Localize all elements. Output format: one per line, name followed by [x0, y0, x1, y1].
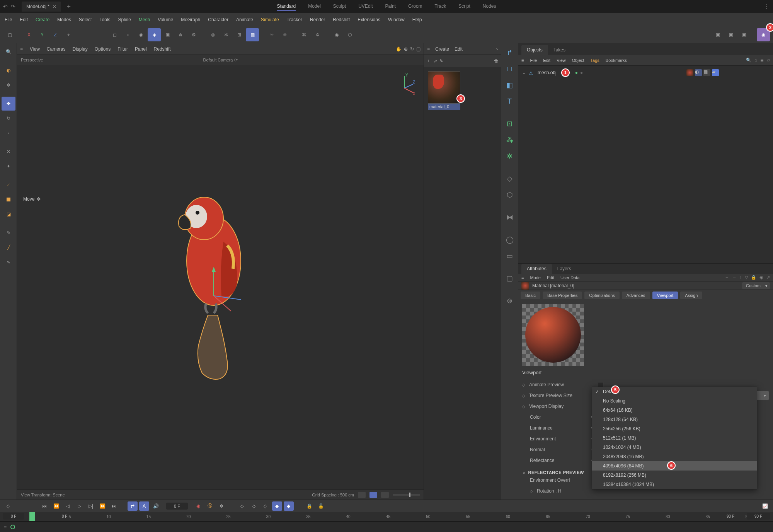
goto-start-icon[interactable]: ⏮ [39, 501, 49, 511]
layout-script[interactable]: Script [458, 2, 470, 11]
cube-tool-icon[interactable]: ◪ [2, 207, 15, 221]
object-row[interactable]: ⌄ △ mesh.obj 1 ● ● ◐ ▦ ▰ [522, 68, 769, 77]
graph-icon[interactable]: 📈 [760, 501, 770, 511]
vp-hamburger-icon[interactable]: ≡ [20, 46, 23, 52]
mat-menu-create[interactable]: Create [435, 46, 449, 52]
menu-modes[interactable]: Modes [57, 17, 71, 22]
layout-track[interactable]: Track [435, 2, 446, 11]
obj-menu-object[interactable]: Object [572, 58, 584, 63]
vp-menu-redshift[interactable]: Redshift [154, 46, 171, 52]
pla-key-icon[interactable]: ◆ [284, 501, 294, 511]
attr-fwd-icon[interactable]: → [732, 275, 737, 280]
hex-icon[interactable]: ⬡ [343, 28, 356, 41]
pos-key-icon[interactable]: ◇ [237, 501, 247, 511]
vp-layout-2[interactable] [369, 492, 377, 498]
attr-up-icon[interactable]: ↑ [740, 275, 742, 280]
transform-tool1[interactable]: ⤧ [2, 145, 15, 159]
vp-layout-3[interactable] [381, 492, 389, 498]
light-icon[interactable]: ☀ [265, 28, 278, 41]
menu-animate[interactable]: Animate [236, 17, 253, 22]
vp-menu-options[interactable]: Options [95, 46, 111, 52]
tex-tag[interactable]: ▰ [712, 69, 719, 76]
attr-menu-edit[interactable]: Edit [547, 275, 554, 280]
atab-assign[interactable]: Assign [680, 292, 702, 299]
obj-menu-file[interactable]: File [530, 58, 537, 63]
vis-gray-dot[interactable]: ● [580, 70, 583, 75]
current-frame[interactable]: 0 F [166, 503, 188, 510]
layout-standard[interactable]: Standard [277, 2, 296, 11]
gear-icon[interactable]: ⚙ [187, 28, 200, 41]
sym-icon[interactable]: ⧓ [503, 210, 517, 224]
menu-edit[interactable]: Edit [20, 17, 28, 22]
model-object[interactable] [163, 184, 264, 385]
uv-tag[interactable]: ▦ [703, 69, 710, 76]
square-tool-icon[interactable]: □ [503, 62, 517, 76]
dd-item-16384[interactable]: 16384x16384 (1024 MB) [592, 480, 757, 489]
dd-item-noscaling[interactable]: No Scaling [592, 396, 757, 406]
rig-icon[interactable]: ⋔ [174, 28, 187, 41]
axis-gizmo[interactable]: Y Z X [393, 73, 416, 96]
obj-menu-bookmarks[interactable]: Bookmarks [606, 58, 627, 63]
phong-tag[interactable]: ◐ [695, 69, 702, 76]
attr-max-icon[interactable]: ↗ [766, 275, 770, 280]
status-hamburger-icon[interactable]: ≡ [4, 524, 7, 530]
menu-redshift[interactable]: Redshift [333, 17, 350, 22]
mat-menu-more[interactable]: › [496, 46, 498, 52]
world-icon[interactable]: ◯ [503, 233, 517, 247]
mat-arrow-icon[interactable]: ↗ [433, 58, 437, 64]
vp-layout-1[interactable] [358, 492, 366, 498]
screen-icon[interactable]: ▢ [503, 271, 517, 285]
vp-menu-panel[interactable]: Panel [135, 46, 147, 52]
menu-tools[interactable]: Tools [99, 17, 110, 22]
playhead[interactable] [29, 512, 35, 521]
vp-menu-cameras[interactable]: Cameras [47, 46, 66, 52]
keyframe-icon[interactable]: ◇ [530, 489, 534, 493]
key-icon[interactable]: ◇ [3, 501, 13, 511]
vp-zoom-icon[interactable]: ⊕ [404, 46, 408, 52]
menu-spline[interactable]: Spline [118, 17, 131, 22]
dd-item-2048[interactable]: 2048x2048 (16 MB) [592, 452, 757, 461]
obj-search-icon[interactable]: 🔍 [746, 58, 751, 63]
vp-orbit-icon[interactable]: ↻ [410, 46, 414, 52]
dd-item-128[interactable]: 128x128 (64 KB) [592, 415, 757, 424]
attr-hamburger-icon[interactable]: ≡ [521, 275, 524, 280]
mat-delete-icon[interactable]: 🗑 [494, 58, 499, 64]
target-icon[interactable]: ◎ [206, 28, 220, 41]
next-key-icon[interactable]: ⏩ [97, 501, 107, 511]
tab-objects[interactable]: Objects [521, 45, 548, 55]
menu-simulate[interactable]: Simulate [261, 17, 279, 22]
vp-frame-icon[interactable]: ▢ [416, 46, 421, 52]
primitive-icon[interactable]: ◈ [148, 28, 161, 41]
new-tab-button[interactable]: ＋ [66, 2, 72, 10]
subdiv-icon[interactable]: ◇ [503, 172, 517, 186]
redo-icon[interactable]: ↷ [11, 3, 15, 10]
prev-key-icon[interactable]: ⏪ [51, 501, 61, 511]
keyoptions-icon[interactable]: ✲ [216, 501, 226, 511]
cylinder-icon[interactable]: ○ [121, 28, 135, 41]
scale-key-icon[interactable]: ◇ [261, 501, 271, 511]
clone-tool-icon[interactable]: ⊡ [503, 117, 517, 131]
unlock-icon[interactable]: 🔓 [316, 501, 326, 511]
loop-icon[interactable]: ⇄ [128, 501, 138, 511]
obj-max-icon[interactable]: ▱ [767, 58, 770, 63]
attr-menu-userdata[interactable]: User Data [560, 275, 580, 280]
snap-icon[interactable]: ▦ [246, 28, 259, 41]
layout-uvedit[interactable]: UVEdit [358, 2, 373, 11]
sphere2-icon[interactable]: ◉ [330, 28, 343, 41]
node-icon[interactable]: ⊚ [503, 294, 517, 308]
menu-help[interactable]: Help [412, 17, 422, 22]
rotate-tool[interactable]: ↻ [2, 111, 15, 125]
axis-y-button[interactable]: Y [36, 28, 49, 41]
param-key-icon[interactable]: ◆ [272, 501, 282, 511]
obj-menu-view[interactable]: View [557, 58, 566, 63]
dd-item-4096[interactable]: 4096x4096 (64 MB) 6 [592, 461, 757, 471]
tab-takes[interactable]: Takes [548, 45, 571, 55]
attr-menu-mode[interactable]: Mode [530, 275, 541, 280]
dd-item-64[interactable]: 64x64 (16 KB) [592, 406, 757, 415]
camera-icon[interactable]: ▭ [503, 249, 517, 263]
menu-character[interactable]: Character [208, 17, 228, 22]
render-region-icon[interactable]: ▣ [724, 28, 737, 41]
axis-z-button[interactable]: Z [49, 28, 62, 41]
material-tag[interactable] [686, 69, 693, 76]
atab-basic[interactable]: Basic [521, 292, 540, 299]
